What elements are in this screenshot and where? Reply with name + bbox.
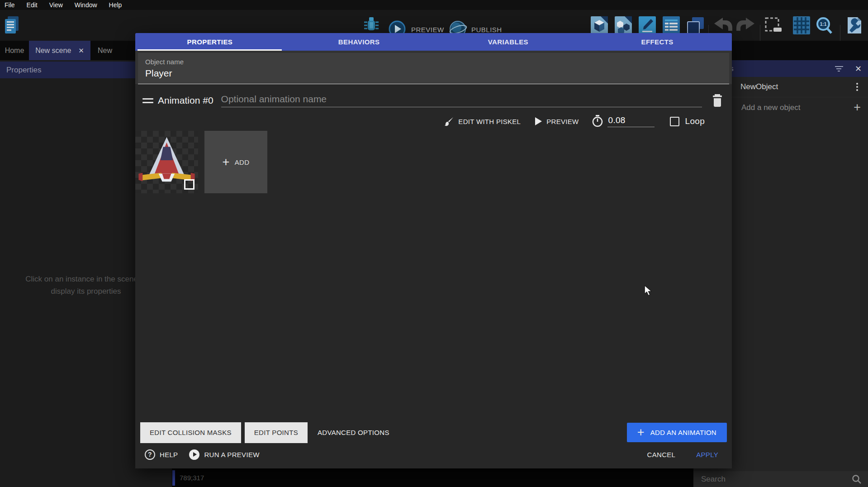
delete-selection-icon[interactable] [764,17,783,34]
filter-icon[interactable] [835,66,843,72]
menu-edit[interactable]: Edit [27,1,38,9]
preview-animation-button[interactable]: PREVIEW [534,117,579,126]
close-panel-icon[interactable]: ✕ [855,65,862,73]
layers-icon[interactable] [687,16,704,34]
panel-splitter[interactable] [172,470,175,486]
add-object-group-icon[interactable] [615,16,632,34]
objects-search-bar[interactable]: Search [693,471,868,487]
plus-icon: + [637,426,645,439]
scene-status-bar: 789;317 [172,468,693,487]
edit-collision-masks-button[interactable]: EDIT COLLISION MASKS [140,422,241,443]
mouse-cursor [644,285,652,296]
animation-title: Animation #0 [158,95,213,106]
dialog-footer: ? HELP RUN A PREVIEW CANCEL APPLY [135,443,732,468]
drag-handle-icon[interactable] [142,98,153,103]
frames-row: + ADD [135,131,732,193]
edit-scene-icon[interactable] [639,16,656,34]
tab-variables[interactable]: VARIABLES [434,33,583,51]
dialog-tab-bar: PROPERTIES BEHAVIORS VARIABLES EFFECTS [135,33,732,51]
time-between-frames-field[interactable]: 0.08 [592,115,655,128]
tab-home-label: Home [5,47,24,55]
gdevelop-app: File Edit View Window Help [0,0,868,487]
cursor-coordinates: 789;317 [180,474,204,482]
object-name-label: Object name [145,58,722,66]
add-object-plus-icon[interactable]: + [854,101,861,114]
object-item-menu-icon[interactable] [856,83,858,91]
add-object-label: Add a new object [741,103,800,112]
debug-icon[interactable] [363,15,379,33]
tab-new-scene[interactable]: New scene ✕ [29,41,90,60]
animations-list: Animation #0 Optional animation name [135,84,732,468]
search-icon [852,474,862,484]
loop-toggle[interactable]: Loop [670,116,705,126]
help-icon: ? [145,449,155,460]
project-manager-icon[interactable] [4,15,20,35]
object-editor-dialog: PROPERTIES BEHAVIORS VARIABLES EFFECTS O… [135,33,732,468]
search-input[interactable]: Search [701,475,852,484]
object-name-field[interactable]: Object name Player [138,53,729,84]
help-button[interactable]: ? HELP [145,449,178,460]
animation-name-input[interactable]: Optional animation name [221,94,702,107]
add-frame-button[interactable]: + ADD [204,131,267,193]
menu-view[interactable]: View [49,1,63,9]
tab-new-object[interactable]: New [90,41,140,60]
edit-with-piskel-button[interactable]: EDIT WITH PISKEL [444,116,521,126]
animations-empty-space [135,193,732,422]
play-icon [534,117,542,126]
dialog-actions-row: EDIT COLLISION MASKS EDIT POINTS ADVANCE… [135,422,732,443]
grid-icon[interactable] [793,16,810,34]
tab-effects[interactable]: EFFECTS [583,33,732,51]
zoom-1-1-icon[interactable]: 1:1 [815,16,833,34]
tab-close-icon[interactable]: ✕ [78,47,84,55]
sprite-frame-thumbnail[interactable] [135,131,198,193]
add-frame-label: ADD [235,158,250,166]
apply-button[interactable]: APPLY [696,451,718,458]
menu-bar: File Edit View Window Help [0,0,868,10]
loop-label: Loop [685,116,705,126]
add-object-icon[interactable] [591,16,608,34]
animation-controls-row: EDIT WITH PISKEL PREVIEW 0.08 [135,108,732,128]
properties-panel-title: Properties [6,66,41,75]
settings-wrench-icon[interactable] [846,16,863,34]
publish-button[interactable]: PUBLISH [471,26,502,33]
animation-header-row: Animation #0 Optional animation name [135,84,732,108]
object-item-name: NewObject [740,82,778,91]
tab-home[interactable]: Home [0,41,29,60]
delete-animation-icon[interactable] [711,93,724,108]
play-circle-icon [189,449,199,460]
menu-window[interactable]: Window [75,1,97,9]
tab-new-object-label: New [98,47,112,55]
instances-list-icon[interactable] [663,16,680,34]
brush-icon [444,116,454,126]
plus-icon: + [222,156,229,168]
preview-button[interactable]: PREVIEW [411,26,444,33]
tab-properties[interactable]: PROPERTIES [135,33,285,51]
timer-icon [592,115,603,128]
svg-text:1:1: 1:1 [820,22,827,27]
frame-select-checkbox[interactable] [184,179,194,190]
object-name-input[interactable]: Player [145,68,722,79]
time-between-frames-input[interactable]: 0.08 [607,115,655,127]
undo-icon[interactable] [714,17,733,33]
redo-icon[interactable] [736,17,755,33]
loop-checkbox[interactable] [670,117,679,126]
menu-help[interactable]: Help [109,1,122,9]
tab-behaviors[interactable]: BEHAVIORS [285,33,434,51]
advanced-options-button[interactable]: ADVANCED OPTIONS [311,422,396,443]
edit-points-button[interactable]: EDIT POINTS [245,422,308,443]
menu-file[interactable]: File [5,1,15,9]
cancel-button[interactable]: CANCEL [647,451,676,458]
run-a-preview-button[interactable]: RUN A PREVIEW [189,449,259,460]
tab-new-scene-label: New scene [35,47,71,55]
add-an-animation-button[interactable]: + ADD AN ANIMATION [627,423,727,442]
